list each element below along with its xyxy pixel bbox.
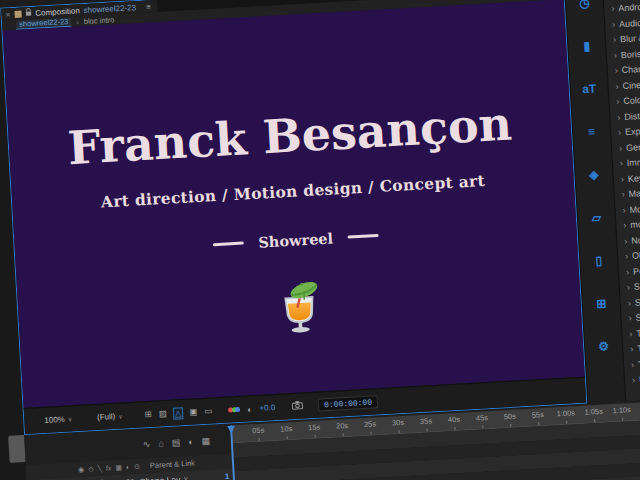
frame-blend-column-icon[interactable]: ▦ [115, 463, 122, 471]
region-of-interest-icon[interactable]: △ [172, 407, 183, 420]
expand-caret-icon[interactable]: › [613, 35, 617, 45]
expand-caret-icon[interactable]: › [620, 158, 624, 168]
shapes-icon[interactable]: ◈ [589, 169, 599, 182]
text-tool-icon[interactable]: aT [582, 83, 597, 97]
chevron-down-icon[interactable]: ∨ [183, 475, 189, 480]
panel-title: Composition [35, 6, 80, 17]
shy-icon[interactable]: ⌂ [158, 438, 164, 448]
viewer-option-icons: ⊞▨△▣▭ [143, 405, 213, 421]
pan-behind-icon[interactable]: ▭ [203, 405, 214, 418]
clock-icon[interactable]: ◷ [579, 0, 590, 10]
transparency-grid-icon[interactable]: ▣ [188, 406, 199, 419]
expand-caret-icon[interactable]: › [630, 344, 634, 354]
expand-caret-icon[interactable]: › [629, 329, 633, 339]
expand-caret-icon[interactable]: › [614, 50, 618, 60]
expand-caret-icon[interactable]: › [617, 112, 621, 122]
motion-blur-column-icon[interactable]: ◐ [126, 463, 131, 471]
time-ruler-label: 05s [244, 423, 273, 442]
expand-caret-icon[interactable]: › [627, 282, 631, 292]
graph-editor-icon[interactable]: ▦ [201, 436, 210, 446]
exposure-value[interactable]: +0.0 [259, 403, 275, 413]
fx-icon[interactable]: fx [106, 464, 112, 472]
expand-caret-icon[interactable]: › [622, 205, 626, 215]
time-ruler-label: 10s [272, 422, 301, 441]
effects-category-label: mocha [630, 219, 640, 230]
effects-category-label: Text [636, 328, 640, 339]
timecode-display[interactable]: 0:00:00:00 [318, 395, 379, 411]
tagline-dash-left [212, 242, 243, 246]
align-lines-icon[interactable]: ≡ [588, 126, 596, 139]
mask-visibility-icon[interactable]: ▨ [157, 408, 168, 421]
mini-flowchart-icon[interactable]: ∿ [143, 439, 151, 449]
expand-caret-icon[interactable]: › [611, 4, 615, 14]
expand-caret-icon[interactable]: › [614, 66, 618, 76]
tab-comp-name: showreel22-23 [83, 3, 136, 15]
magnification-dropdown[interactable]: 100% ∨ [44, 414, 72, 425]
layer-switch-column-icons: ◉◇╲fx▦◐⊙ [78, 462, 140, 473]
effects-category-label: Expression Controls [625, 123, 640, 137]
effects-category-label: Cinema 4D [622, 78, 640, 90]
time-ruler-label: 35s [412, 414, 441, 433]
time-ruler-label: 1:10s [607, 403, 636, 422]
motion-blur-icon[interactable]: ◐ [188, 437, 194, 447]
slide-tagline-row: Showreel [15, 216, 577, 264]
3d-switch-icon[interactable]: ⊙ [134, 462, 140, 470]
time-ruler-label: 25s [356, 417, 385, 436]
expand-caret-icon[interactable]: › [624, 236, 628, 246]
time-ruler-label: 20s [328, 419, 357, 438]
copy-pages-icon[interactable]: ▱ [591, 212, 601, 225]
effects-category-label: Blur & Sharpen [620, 31, 640, 44]
expand-caret-icon[interactable]: › [632, 375, 636, 385]
expand-caret-icon[interactable]: › [615, 81, 619, 91]
effects-category-label: Noise & Grain [631, 232, 640, 245]
gear-icon[interactable]: ⚙ [598, 340, 609, 354]
expand-caret-icon[interactable]: › [621, 174, 625, 184]
file-icon[interactable]: ▯ [595, 255, 602, 268]
expand-caret-icon[interactable]: › [621, 189, 625, 199]
layer-name[interactable]: 21. Shape Lay [125, 474, 180, 480]
frame-blend-icon[interactable]: ▤ [172, 437, 181, 447]
fast-previews-icon[interactable]: ◐ [247, 404, 253, 414]
solo-icon[interactable]: ╲ [97, 464, 102, 472]
expand-caret-icon[interactable]: › [619, 143, 623, 153]
expand-caret-icon[interactable]: › [628, 313, 632, 323]
expand-caret-icon[interactable]: › [627, 298, 631, 308]
slide-tagline: Showreel [258, 230, 334, 251]
after-effects-app: +▦○≈ × Composition showreel22-23 ≡ sho [0, 0, 640, 480]
expand-caret-icon[interactable]: › [618, 128, 622, 138]
parent-link-header: Parent & Link [150, 459, 195, 470]
time-ruler-label: 30s [384, 415, 413, 434]
lock-icon [25, 8, 32, 18]
resolution-dropdown[interactable]: (Full) ∨ [97, 412, 123, 422]
close-icon[interactable]: × [5, 10, 10, 19]
snapshot-camera-icon[interactable] [292, 400, 304, 412]
expand-caret-icon[interactable]: › [626, 267, 630, 277]
effects-category-label: Obsolete [632, 249, 640, 261]
timeline-toggle-buttons: ∿⌂▤◐▦ [143, 436, 211, 450]
tagline-dash-right [348, 234, 379, 238]
composition-viewer[interactable]: Franck Besançon Art direction / Motion d… [3, 0, 585, 408]
effects-category-label: Motion [629, 203, 640, 214]
panel-menu-icon[interactable]: ≡ [146, 2, 151, 11]
show-channels-icon[interactable] [228, 407, 240, 413]
trash-icon[interactable]: ▮ [583, 40, 590, 53]
effects-category-label: Stylize [634, 296, 640, 307]
expand-caret-icon[interactable]: › [612, 19, 616, 29]
expand-caret-icon[interactable]: › [631, 360, 635, 370]
eye-icon[interactable]: ◉ [78, 465, 85, 473]
grid-and-guides-icon[interactable]: ⊞ [143, 408, 153, 420]
effects-category-label: Immersive Video [627, 155, 640, 169]
expand-caret-icon[interactable]: › [616, 97, 620, 107]
tropical-drink-emoji [17, 264, 582, 357]
panel-color-swatch [14, 10, 21, 17]
expand-caret-icon[interactable]: › [623, 220, 627, 230]
chevron-down-icon: ∨ [118, 413, 123, 420]
grid-plus-icon[interactable]: ⊞ [596, 297, 607, 311]
time-ruler-label: 1:05s [579, 404, 608, 423]
breadcrumb-separator: ‹ [76, 17, 79, 26]
time-ruler-label: 40s [440, 412, 469, 431]
audio-icon[interactable]: ◇ [88, 465, 94, 473]
chevron-down-icon: ∨ [68, 415, 73, 422]
expand-caret-icon[interactable]: › [625, 251, 629, 261]
time-ruler-label: 1:00s [551, 406, 580, 425]
